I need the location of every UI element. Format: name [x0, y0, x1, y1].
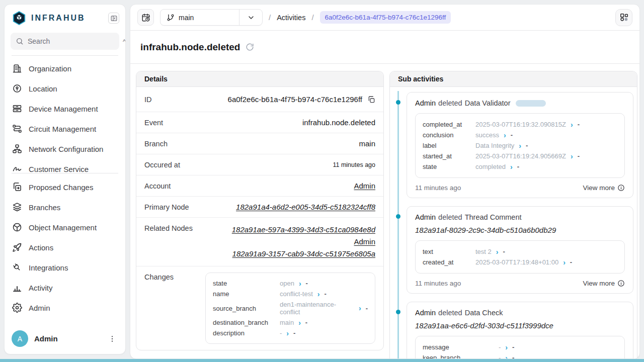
related-node-link[interactable]: 182a91a9-3157-cab9-34dc-c51975e6805a	[232, 249, 375, 258]
detail-row-account: Account Admin	[136, 175, 383, 197]
sidebar-item-customer-service[interactable]: Customer Service	[5, 159, 125, 173]
sidebar-nav-primary: Organization Location Device Management	[5, 56, 125, 173]
branch-label: main	[179, 14, 194, 22]
calendar-clock-icon	[141, 13, 150, 22]
sidebar-collapse-button[interactable]	[108, 13, 119, 24]
sidebar-item-circuit-management[interactable]: Circuit Management	[5, 119, 125, 139]
diff-icon	[12, 182, 22, 192]
page-title: infrahub.node.deleted	[140, 42, 240, 53]
changes-box: completed_at 2025-03-07T16:19:32.090815Z…	[415, 113, 625, 178]
search-shortcut: ^K	[123, 38, 126, 45]
refresh-button[interactable]	[246, 43, 254, 51]
schema-button[interactable]	[615, 9, 632, 26]
sidebar-item-proposed-changes[interactable]: Proposed Changes	[5, 177, 125, 197]
change-row: destination_branch main -	[213, 317, 368, 328]
change-row: name conflict-test -	[213, 289, 368, 299]
change-row: label Data Integrity -	[423, 140, 617, 151]
sidebar-item-label: Integrations	[29, 263, 68, 272]
related-node-link[interactable]: 182a91ae-597a-4399-34d3-c51ca0984e8d	[232, 225, 375, 234]
objects-grid-icon	[619, 13, 629, 22]
view-more-link[interactable]: View more	[583, 184, 625, 192]
search-input[interactable]	[28, 37, 119, 45]
changes-box: state open - name conflict-test - source…	[205, 273, 375, 344]
sub-activities-header: Sub activities	[390, 71, 637, 87]
sub-activities-panel: Sub activities Admin deleted Data Valida…	[389, 71, 637, 359]
sidebar-item-label: Admin	[29, 304, 50, 312]
detail-row-occured-at: Occured at 11 minutes ago	[136, 154, 383, 175]
breadcrumb-separator: /	[311, 13, 313, 22]
view-more-link[interactable]: View more	[583, 280, 625, 287]
detail-row-id: ID 6a0f2e6c-b61a-4f75-b974-c76c1e1296ff	[136, 87, 383, 112]
activity-card: Admin deleted Data Check 182a91aa-e6c6-d…	[407, 302, 633, 359]
server-icon	[12, 104, 22, 114]
branch-selector[interactable]: main	[160, 9, 263, 26]
search-icon	[16, 37, 24, 45]
sidebar-item-integrations[interactable]: Integrations	[5, 257, 125, 278]
breadcrumb-separator: /	[269, 13, 271, 22]
panel-collapse-icon	[110, 15, 118, 22]
search-box[interactable]: ^K	[11, 33, 119, 50]
avatar: A	[12, 330, 28, 347]
scribble-icon	[12, 164, 22, 173]
breadcrumb-activities[interactable]: Activities	[277, 14, 305, 22]
sidebar-item-organization[interactable]: Organization	[5, 58, 125, 78]
git-branch-icon	[167, 14, 175, 22]
sidebar-item-label: Customer Service	[29, 165, 89, 173]
sidebar-item-activity[interactable]: Activity	[5, 278, 125, 298]
sidebar-item-label: Organization	[29, 64, 71, 73]
activity-time: 11 minutes ago	[415, 280, 461, 287]
sidebar-item-actions[interactable]: Actions	[5, 237, 125, 257]
chevron-down-icon	[247, 14, 255, 22]
detail-row-primary-node: Primary Node 182a91a4-a6d2-e005-34d5-c51…	[136, 197, 383, 218]
copy-button[interactable]	[367, 96, 375, 104]
chevron-right-icon	[496, 248, 499, 255]
detail-occured-value: 11 minutes ago	[333, 161, 375, 168]
logo-row: INFRAHUB	[5, 5, 125, 29]
sidebar-item-device-management[interactable]: Device Management	[5, 99, 125, 119]
chevron-right-icon	[563, 259, 566, 266]
activity-node-id: 182a91af-8029-2c9c-34db-c510a6b0db29	[415, 226, 625, 234]
change-row: description - -	[213, 328, 368, 338]
chevron-right-icon	[504, 132, 506, 139]
details-header: Details	[136, 71, 383, 87]
change-row: keep_branch - -	[423, 352, 617, 359]
change-row: state open -	[213, 278, 368, 289]
related-node-link[interactable]: Admin	[354, 237, 375, 246]
chevron-right-icon	[505, 344, 508, 351]
sidebar-item-admin[interactable]: Admin	[5, 298, 125, 318]
activity-timeline: Admin deleted Data Validator completed_a…	[390, 87, 637, 359]
sidebar-item-label: Object Management	[29, 223, 97, 232]
primary-node-link[interactable]: 182a91a4-a6d2-e005-34d5-c5182324cff8	[236, 203, 375, 211]
change-row: state completed -	[423, 161, 617, 172]
chevron-right-icon	[299, 280, 301, 287]
change-row: started_at 2025-03-07T16:19:24.905669Z -	[423, 151, 617, 161]
sidebar-item-network-configuration[interactable]: Network Configuration	[5, 139, 125, 159]
details-panel: Details ID 6a0f2e6c-b61a-4f75-b974-c76c1…	[136, 71, 384, 350]
building-icon	[12, 63, 22, 73]
sidebar: INFRAHUB ^K Organizati	[4, 4, 126, 354]
change-row: text test 2 -	[423, 246, 617, 257]
user-row: A Admin	[5, 325, 125, 354]
detail-row-related-nodes: Related Nodes 182a91ae-597a-4399-34d3-c5…	[136, 218, 383, 266]
detail-row-event: Event infrahub.node.deleted	[136, 112, 383, 133]
detail-row-changes: Changes state open - name conflict-test …	[136, 266, 383, 350]
account-link[interactable]: Admin	[354, 182, 375, 190]
branch-selector-caret[interactable]	[239, 10, 262, 25]
time-travel-button[interactable]	[137, 9, 154, 26]
chevron-right-icon	[519, 142, 521, 149]
chevron-right-icon	[298, 319, 301, 326]
kebab-icon	[108, 335, 116, 343]
user-name: Admin	[34, 334, 100, 343]
chevron-right-icon	[359, 305, 361, 312]
chevron-right-icon	[571, 121, 573, 128]
sidebar-item-object-management[interactable]: Object Management	[5, 217, 125, 237]
user-menu-button[interactable]	[106, 333, 118, 345]
sidebar-item-label: Location	[29, 84, 57, 93]
changes-box: text test 2 - created_at 2025-03-07T17:1…	[415, 240, 625, 274]
info-icon	[617, 184, 625, 192]
chevron-right-icon	[571, 153, 573, 160]
activity-title: Admin deleted Data Check	[415, 309, 625, 317]
sidebar-item-branches[interactable]: Branches	[5, 197, 125, 217]
breadcrumb-activity-id[interactable]: 6a0f2e6c-b61a-4f75-b974-c76c1e1296ff	[320, 11, 451, 24]
sidebar-item-location[interactable]: Location	[5, 78, 125, 99]
